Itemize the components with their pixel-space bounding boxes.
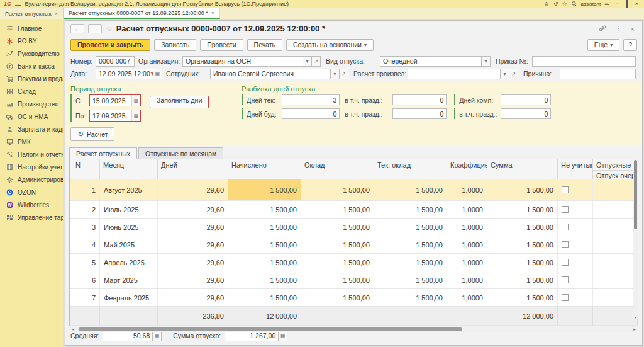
cell-sum[interactable]: 1 500,00 <box>487 254 558 271</box>
favorite-star-icon[interactable]: ☆ <box>106 25 113 33</box>
favorites-icon[interactable]: ☆ <box>562 1 567 7</box>
employee-dropdown-icon[interactable]: ▾ <box>331 69 340 79</box>
organization-field[interactable]: Организация на ОСН <box>182 56 303 67</box>
sidebar-item[interactable]: OZON <box>0 186 63 198</box>
cell-cur-salary[interactable]: 1 500,00 <box>374 254 447 271</box>
average-calc-icon[interactable]: ▦ <box>153 331 162 341</box>
cell-days[interactable]: 29,60 <box>158 289 228 306</box>
comp-holidays-field[interactable]: 0 <box>501 108 551 119</box>
vacation-type-dropdown-icon[interactable]: ▾ <box>482 56 491 67</box>
save-button[interactable]: Записать <box>154 39 196 51</box>
cell-vacation-at-expense[interactable] <box>593 179 638 200</box>
col-sum[interactable]: Сумма <box>487 159 558 179</box>
exclude-checkbox[interactable] <box>562 294 569 301</box>
cell-salary[interactable]: 1 500,00 <box>301 236 374 253</box>
cell-salary[interactable]: 1 500,00 <box>301 289 374 306</box>
sidebar-item[interactable]: Производство <box>0 98 63 110</box>
days-comp-field[interactable]: 0 <box>501 94 551 105</box>
horizontal-scroll-thumb[interactable] <box>79 327 462 331</box>
history-icon[interactable]: ↺ <box>553 1 558 7</box>
cell-accrued[interactable]: 1 500,00 <box>228 179 301 200</box>
vacation-type-field[interactable]: Очередной <box>380 56 482 67</box>
sidebar-item[interactable]: РМК <box>0 135 63 148</box>
cell-month[interactable]: Май 2025 <box>100 236 158 253</box>
order-no-field[interactable] <box>532 56 636 67</box>
table-row[interactable]: 5 Апрель 2025 29,60 1 500,00 1 500,00 1 … <box>70 254 638 271</box>
close-form-icon[interactable]: × <box>628 25 637 33</box>
cell-days[interactable]: 29,60 <box>158 271 228 288</box>
table-row[interactable]: 4 Май 2025 29,60 1 500,00 1 500,00 1 500… <box>70 236 638 254</box>
cell-month[interactable]: Август 2025 <box>100 179 158 200</box>
cell-n[interactable]: 3 <box>72 219 100 236</box>
cell-accrued[interactable]: 1 500,00 <box>228 271 301 288</box>
restore-button[interactable] <box>625 1 630 7</box>
service-menu-icon[interactable]: ≡▾ <box>604 1 609 7</box>
organization-dropdown-icon[interactable]: ▾ <box>303 56 312 67</box>
period-from-calendar-icon[interactable]: ▦ <box>131 95 140 106</box>
cell-cur-salary[interactable]: 1 500,00 <box>374 219 447 236</box>
print-button[interactable]: Печать <box>247 39 282 51</box>
sidebar-item[interactable]: Администрирование <box>0 173 63 186</box>
cell-accrued[interactable]: 1 500,00 <box>228 201 301 218</box>
col-days[interactable]: Дней <box>158 159 228 179</box>
sidebar-item[interactable]: PO.BY <box>0 35 63 47</box>
sidebar-item[interactable]: Руководителю <box>0 47 63 60</box>
cell-coef[interactable]: 1,0000 <box>447 179 487 200</box>
calculated-by-open-icon[interactable]: ↗ <box>509 69 518 79</box>
calculate-button[interactable]: ↻ Расчет <box>70 127 114 141</box>
cell-month[interactable]: Июль 2025 <box>100 201 158 218</box>
col-accrued[interactable]: Начислено <box>228 159 301 179</box>
cell-n[interactable]: 7 <box>72 289 100 306</box>
window-tab-active[interactable]: Расчет отпускных 0000-0007 от 12.09.2025… <box>64 8 220 19</box>
vacation-sum-field[interactable]: 1 267,00 <box>225 331 279 341</box>
help-button[interactable]: ? <box>623 39 637 51</box>
sidebar-item[interactable]: ОС и НМА <box>0 110 63 123</box>
window-tab[interactable]: Расчет отпускных × <box>0 8 64 19</box>
cell-vacation-at-expense[interactable] <box>593 271 638 288</box>
cell-coef[interactable]: 1,0000 <box>447 236 487 253</box>
vacation-sum-calc-icon[interactable]: ▦ <box>279 331 287 341</box>
organization-open-icon[interactable]: ↗ <box>312 56 321 67</box>
table-row[interactable]: 2 Июль 2025 29,60 1 500,00 1 500,00 1 50… <box>70 201 638 219</box>
date-field[interactable]: 12.09.2025 12:00:00 <box>96 69 153 79</box>
cell-coef[interactable]: 1,0000 <box>447 289 487 306</box>
cell-accrued[interactable]: 1 500,00 <box>228 254 301 271</box>
table-row[interactable]: 6 Март 2025 29,60 1 500,00 1 500,00 1 50… <box>70 271 638 289</box>
exclude-checkbox[interactable] <box>562 186 569 193</box>
cell-cur-salary[interactable]: 1 500,00 <box>374 236 447 253</box>
exclude-checkbox[interactable] <box>562 241 569 248</box>
get-link-icon[interactable] <box>596 25 609 33</box>
cell-sum[interactable]: 1 500,00 <box>487 236 558 253</box>
cell-month[interactable]: Июнь 2025 <box>100 219 158 236</box>
sidebar-item[interactable]: Банк и касса <box>0 60 63 72</box>
back-button[interactable]: ← <box>70 24 84 33</box>
exclude-checkbox[interactable] <box>562 259 569 266</box>
cell-sum[interactable]: 1 500,00 <box>487 289 558 306</box>
days-fut-field[interactable]: 0 <box>282 108 340 119</box>
cell-days[interactable]: 29,60 <box>158 254 228 271</box>
cell-accrued[interactable]: 1 500,00 <box>228 219 301 236</box>
cell-month[interactable]: Февраль 2025 <box>100 289 158 306</box>
scroll-left-icon[interactable]: ◂ <box>70 327 76 332</box>
scroll-right-icon[interactable]: ▸ <box>631 327 638 332</box>
cell-vacation-at-expense[interactable] <box>593 201 638 218</box>
cell-coef[interactable]: 1,0000 <box>447 271 487 288</box>
col-coef[interactable]: Коэффициент <box>447 159 487 179</box>
more-button[interactable]: Еще▾ <box>587 39 619 51</box>
fut-holidays-field[interactable]: 0 <box>392 108 447 119</box>
exclude-checkbox[interactable] <box>562 206 569 213</box>
cell-accrued[interactable]: 1 500,00 <box>228 236 301 253</box>
cell-cur-salary[interactable]: 1 500,00 <box>374 271 447 288</box>
col-salary[interactable]: Оклад <box>301 159 374 179</box>
col-exclude[interactable]: Не учитывать <box>558 159 593 179</box>
col-month[interactable]: Месяц <box>100 159 158 179</box>
col-n[interactable]: N <box>72 159 100 179</box>
cell-cur-salary[interactable]: 1 500,00 <box>374 179 447 200</box>
cur-holidays-field[interactable]: 0 <box>392 94 447 105</box>
cell-vacation-at-expense[interactable] <box>593 236 638 253</box>
table-row[interactable]: 3 Июнь 2025 29,60 1 500,00 1 500,00 1 50… <box>70 219 638 236</box>
sidebar-item[interactable]: Управление тарифом <box>0 211 63 224</box>
cell-sum[interactable]: 1 500,00 <box>487 271 558 288</box>
cell-sum[interactable]: 1 500,00 <box>487 179 558 200</box>
search-icon[interactable] <box>571 1 577 7</box>
